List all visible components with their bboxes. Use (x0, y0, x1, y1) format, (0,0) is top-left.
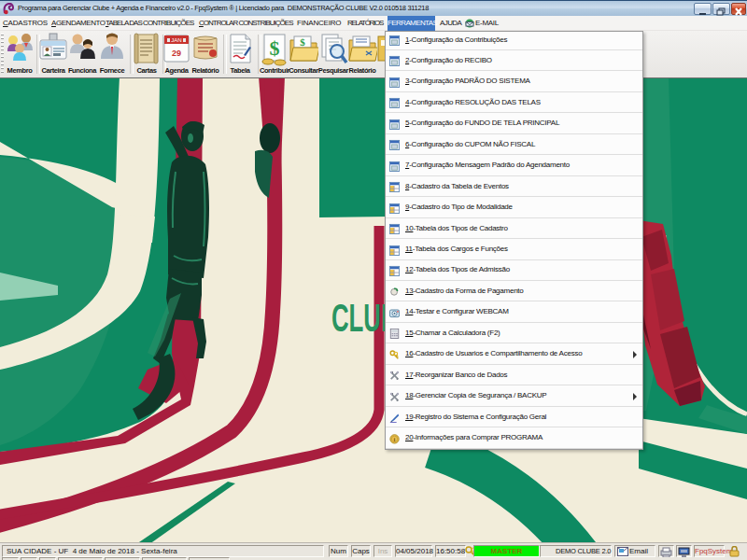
svg-text:JAN: JAN (171, 37, 181, 43)
svg-text:$: $ (300, 36, 305, 48)
svg-text:29: 29 (172, 49, 181, 58)
svg-text:$: $ (270, 36, 280, 60)
svg-text:i: i (394, 435, 396, 441)
